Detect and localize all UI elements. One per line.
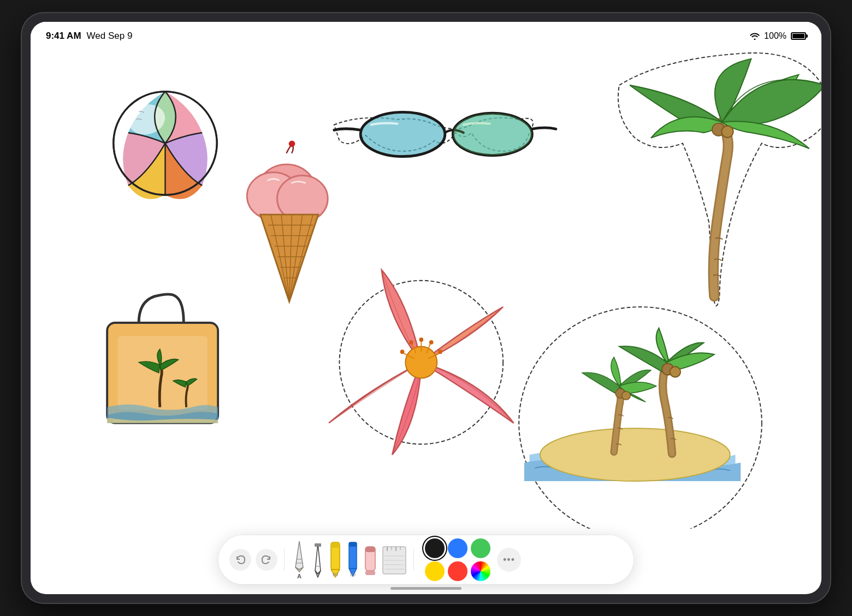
more-dots-icon: ••• [503, 554, 515, 566]
svg-point-51 [438, 350, 442, 354]
toolbar-separator-2 [413, 549, 414, 571]
ipad-frame: 9:41 AM Wed Sep 9 100% [22, 13, 830, 603]
hibiscus-flower-illustration [329, 270, 513, 454]
color-red[interactable] [448, 561, 468, 581]
pen-tool[interactable] [312, 542, 324, 578]
svg-point-56 [622, 392, 630, 400]
svg-point-48 [419, 337, 423, 342]
status-right: 100% [750, 31, 806, 41]
svg-marker-63 [315, 543, 321, 574]
color-blue[interactable] [448, 538, 468, 558]
pen-icon [312, 542, 324, 578]
sunglasses-illustration [334, 112, 556, 156]
battery-percent: 100% [764, 31, 786, 41]
ruler-tool[interactable] [382, 542, 407, 578]
status-date: Wed Sep 9 [87, 31, 133, 42]
color-yellow[interactable] [425, 561, 445, 581]
svg-point-53 [519, 307, 762, 529]
pen-blue-tool[interactable]: 50 [347, 541, 359, 578]
ipad-screen: 9:41 AM Wed Sep 9 100% [31, 22, 821, 594]
svg-point-22 [289, 141, 295, 147]
undo-button[interactable] [229, 549, 251, 571]
toolbar-separator-1 [284, 549, 285, 571]
redo-icon [261, 554, 272, 565]
palm-tree-large-illustration [618, 53, 821, 306]
marker-yellow-tool[interactable]: 80 [328, 541, 342, 578]
pen-blue-label: 50 [350, 572, 356, 577]
color-black[interactable] [425, 538, 445, 558]
drawing-canvas[interactable] [31, 22, 821, 529]
beach-ball-illustration [114, 92, 217, 199]
pencil-a-label: A [297, 573, 301, 579]
svg-marker-59 [295, 541, 303, 570]
svg-rect-71 [349, 542, 357, 547]
palm-island-illustration [519, 307, 762, 529]
ruler-icon [382, 542, 407, 578]
canvas-area[interactable] [31, 22, 821, 529]
color-palette [425, 538, 490, 581]
drawing-toolbar: A 80 [218, 535, 634, 584]
status-bar: 9:41 AM Wed Sep 9 100% [31, 22, 821, 50]
eraser-tool[interactable] [363, 542, 377, 578]
svg-rect-75 [365, 571, 375, 575]
beach-bag-illustration [107, 294, 218, 423]
svg-point-50 [409, 340, 413, 345]
pencil-a-icon [291, 540, 307, 573]
svg-rect-74 [365, 547, 375, 552]
home-indicator [390, 587, 461, 590]
svg-point-19 [453, 113, 532, 155]
color-spectrum[interactable] [471, 561, 490, 581]
ice-cream-illustration [247, 141, 328, 302]
svg-point-58 [670, 366, 681, 377]
svg-point-52 [400, 350, 405, 354]
battery-icon [791, 32, 806, 40]
redo-button[interactable] [256, 549, 277, 571]
pencil-a-tool[interactable]: A [291, 540, 307, 579]
status-time: 9:41 AM [46, 31, 81, 42]
color-green[interactable] [471, 538, 490, 558]
svg-rect-65 [315, 543, 321, 547]
marker-yellow-label: 80 [333, 572, 338, 577]
eraser-icon [363, 542, 377, 578]
more-tools-button[interactable]: ••• [497, 548, 521, 572]
undo-icon [235, 554, 246, 565]
wifi-icon [750, 32, 760, 40]
svg-point-54 [540, 428, 730, 481]
battery-fill [792, 34, 804, 38]
svg-point-49 [429, 340, 434, 345]
svg-point-21 [721, 126, 733, 137]
svg-rect-68 [331, 542, 340, 548]
